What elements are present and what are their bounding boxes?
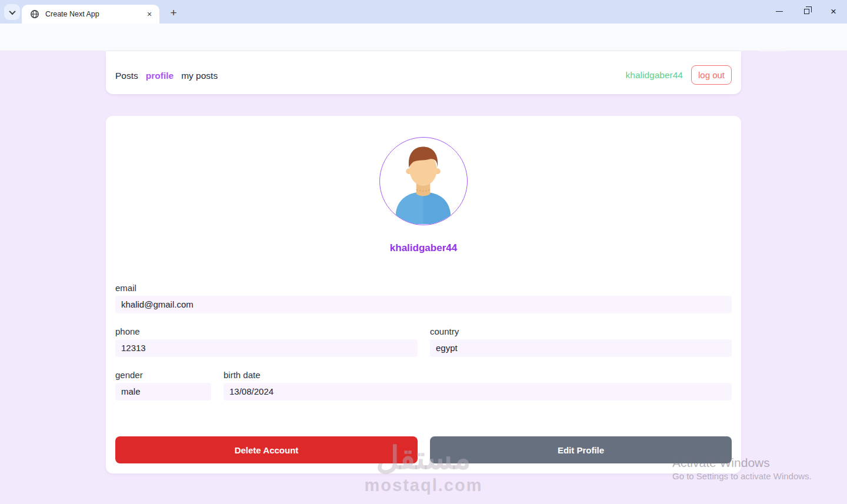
browser-window: Create Next App × + × ← → — [0, 0, 847, 504]
gender-label: gender — [115, 370, 143, 380]
tab-strip: Create Next App × + × — [0, 0, 847, 24]
restore-button[interactable] — [793, 0, 820, 22]
chevron-down-icon — [9, 8, 15, 14]
male-avatar-illustration — [380, 138, 466, 224]
minimize-button[interactable] — [766, 0, 793, 22]
nav-link-profile[interactable]: profile — [146, 71, 174, 81]
browser-toolbar: ← → fake-bookstore-next-app.vercel.app/p… — [0, 24, 847, 51]
profile-username: khalidgaber44 — [106, 242, 741, 254]
nav-links: Posts profile my posts — [115, 71, 218, 81]
window-controls: × — [766, 0, 847, 24]
globe-icon — [30, 9, 39, 19]
profile-card: khalidgaber44 email khalid@gmail.com pho… — [106, 116, 741, 473]
tab-title: Create Next App — [45, 10, 144, 18]
nav-link-my-posts[interactable]: my posts — [181, 71, 218, 81]
phone-label: phone — [115, 326, 140, 336]
browser-tab[interactable]: Create Next App × — [22, 5, 159, 24]
birth-date-label: birth date — [224, 370, 261, 380]
site-navbar: Posts profile my posts khalidgaber44 log… — [106, 51, 741, 94]
nav-right: khalidgaber44 log out — [626, 65, 732, 85]
email-field: khalid@gmail.com — [115, 296, 732, 313]
new-tab-button[interactable]: + — [166, 5, 181, 21]
gender-field: male — [115, 383, 211, 400]
email-label: email — [115, 283, 136, 293]
profile-avatar — [379, 137, 468, 225]
mostaql-domain-watermark: mostaql.com — [0, 476, 847, 495]
country-field: egypt — [430, 339, 732, 357]
delete-account-button[interactable]: Delete Account — [115, 436, 418, 463]
tab-search-button[interactable] — [4, 4, 20, 20]
phone-field: 12313 — [115, 339, 418, 357]
tab-close-button[interactable]: × — [144, 9, 155, 19]
logout-button[interactable]: log out — [691, 65, 732, 85]
edit-profile-button[interactable]: Edit Profile — [430, 436, 732, 463]
minimize-icon — [776, 11, 783, 12]
close-window-button[interactable]: × — [820, 0, 847, 22]
nav-username: khalidgaber44 — [626, 70, 683, 81]
nav-link-posts[interactable]: Posts — [115, 71, 138, 81]
birth-date-field: 13/08/2024 — [224, 383, 732, 400]
close-icon: × — [831, 6, 836, 16]
page-viewport: Posts profile my posts khalidgaber44 log… — [0, 51, 847, 504]
country-label: country — [430, 326, 459, 336]
restore-icon — [804, 9, 809, 14]
